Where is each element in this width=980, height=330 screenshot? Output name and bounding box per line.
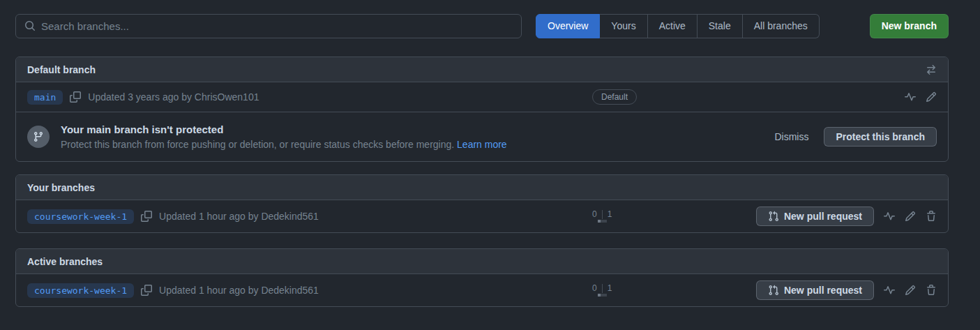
behind-count: 0 <box>592 210 603 219</box>
git-pull-request-icon <box>768 211 779 222</box>
branch-updated-text: Updated 1 hour ago by Dedekind561 <box>159 285 319 296</box>
rename-branch-button[interactable] <box>926 91 937 103</box>
active-branches-header: Active branches <box>16 249 948 274</box>
branches-toolbar: Overview Yours Active Stale All branches… <box>15 13 949 38</box>
tab-active[interactable]: Active <box>648 14 698 38</box>
default-badge: Default <box>592 89 637 105</box>
copy-icon <box>141 285 152 296</box>
ahead-behind-counter: 0 1 <box>592 284 612 297</box>
tab-yours[interactable]: Yours <box>600 14 647 38</box>
table-row: main Updated 3 years ago by ChrisOwen101… <box>16 82 948 112</box>
learn-more-link[interactable]: Learn more <box>457 139 507 150</box>
branch-name-link[interactable]: main <box>27 90 63 105</box>
protect-branch-button[interactable]: Protect this branch <box>824 127 937 147</box>
table-row: coursework-week-1 Updated 1 hour ago by … <box>16 274 948 306</box>
new-pull-request-label: New pull request <box>784 285 862 296</box>
branch-info: main Updated 3 years ago by ChrisOwen101 <box>27 90 592 105</box>
ahead-behind-cell: 0 1 <box>592 284 756 297</box>
table-row: coursework-week-1 Updated 1 hour ago by … <box>16 200 948 232</box>
ahead-count: 1 <box>603 210 612 219</box>
branch-activity-button[interactable] <box>884 285 895 296</box>
ahead-behind-meter <box>598 294 607 297</box>
new-branch-button[interactable]: New branch <box>870 14 949 38</box>
branch-actions <box>905 91 937 103</box>
trash-icon <box>926 285 937 296</box>
tab-stale[interactable]: Stale <box>698 14 743 38</box>
ahead-behind-counter: 0 1 <box>592 210 612 223</box>
branch-updated-text: Updated 3 years ago by ChrisOwen101 <box>88 91 259 103</box>
branch-badge-cell: Default <box>592 89 905 105</box>
dismiss-button[interactable]: Dismiss <box>774 131 808 142</box>
arrow-switch-icon <box>926 64 937 75</box>
ahead-bar <box>601 220 607 223</box>
delete-branch-button[interactable] <box>926 211 937 222</box>
copy-icon <box>141 211 152 222</box>
branch-name-link[interactable]: coursework-week-1 <box>27 283 134 298</box>
copy-branch-name-button[interactable] <box>141 285 152 296</box>
change-default-branch-button[interactable] <box>926 64 937 75</box>
pencil-icon <box>926 91 937 103</box>
pulse-icon <box>905 91 916 103</box>
branch-protection-notice: Your main branch isn't protected Protect… <box>16 112 948 161</box>
tab-all-branches[interactable]: All branches <box>743 14 820 38</box>
pencil-icon <box>905 211 916 222</box>
search-icon <box>24 20 36 31</box>
branch-info: coursework-week-1 Updated 1 hour ago by … <box>27 283 592 298</box>
ahead-bar <box>601 294 607 297</box>
section-title: Active branches <box>27 256 103 267</box>
your-branches-section: Your branches coursework-week-1 Updated … <box>15 174 949 233</box>
behind-count: 0 <box>592 284 603 293</box>
notice-description: Protect this branch from force pushing o… <box>61 139 507 150</box>
notice-title: Your main branch isn't protected <box>61 123 507 135</box>
notice-description-text: Protect this branch from force pushing o… <box>61 139 454 150</box>
pencil-icon <box>905 285 916 296</box>
rename-branch-button[interactable] <box>905 285 916 296</box>
delete-branch-button[interactable] <box>926 285 937 296</box>
branch-icon-circle <box>27 126 50 148</box>
git-pull-request-icon <box>768 285 779 296</box>
copy-branch-name-button[interactable] <box>141 211 152 222</box>
branch-activity-button[interactable] <box>884 211 895 222</box>
search-box <box>15 14 522 38</box>
pulse-icon <box>884 285 895 296</box>
ahead-behind-numbers: 0 1 <box>592 284 612 293</box>
copy-icon <box>70 91 81 103</box>
branches-page: Overview Yours Active Stale All branches… <box>15 0 949 307</box>
ahead-behind-cell: 0 1 <box>592 210 756 223</box>
git-branch-icon <box>33 131 44 142</box>
active-branches-section: Active branches coursework-week-1 Update… <box>15 248 949 307</box>
branch-updated-text: Updated 1 hour ago by Dedekind561 <box>159 211 319 222</box>
branch-activity-button[interactable] <box>905 91 916 103</box>
branch-info: coursework-week-1 Updated 1 hour ago by … <box>27 209 592 224</box>
ahead-behind-numbers: 0 1 <box>592 210 612 219</box>
your-branches-header: Your branches <box>16 175 948 200</box>
search-branches-input[interactable] <box>41 20 513 32</box>
pulse-icon <box>884 211 895 222</box>
trash-icon <box>926 211 937 222</box>
section-title: Your branches <box>27 182 95 193</box>
branch-actions: New pull request <box>756 280 937 300</box>
copy-branch-name-button[interactable] <box>70 91 81 103</box>
rename-branch-button[interactable] <box>905 211 916 222</box>
new-pull-request-button[interactable]: New pull request <box>756 207 874 226</box>
new-pull-request-button[interactable]: New pull request <box>756 280 874 300</box>
notice-text: Your main branch isn't protected Protect… <box>61 123 507 150</box>
branch-actions: New pull request <box>756 207 937 226</box>
branch-filter-tabs: Overview Yours Active Stale All branches <box>536 14 820 38</box>
notice-actions: Dismiss Protect this branch <box>774 127 937 147</box>
section-title: Default branch <box>27 64 96 75</box>
ahead-count: 1 <box>603 284 612 293</box>
ahead-behind-meter <box>598 220 607 223</box>
default-branch-section: Default branch main Updated 3 years ago … <box>15 57 949 162</box>
default-branch-header: Default branch <box>16 57 948 82</box>
branch-name-link[interactable]: coursework-week-1 <box>27 209 134 224</box>
tab-overview[interactable]: Overview <box>536 14 600 38</box>
new-pull-request-label: New pull request <box>784 211 862 222</box>
